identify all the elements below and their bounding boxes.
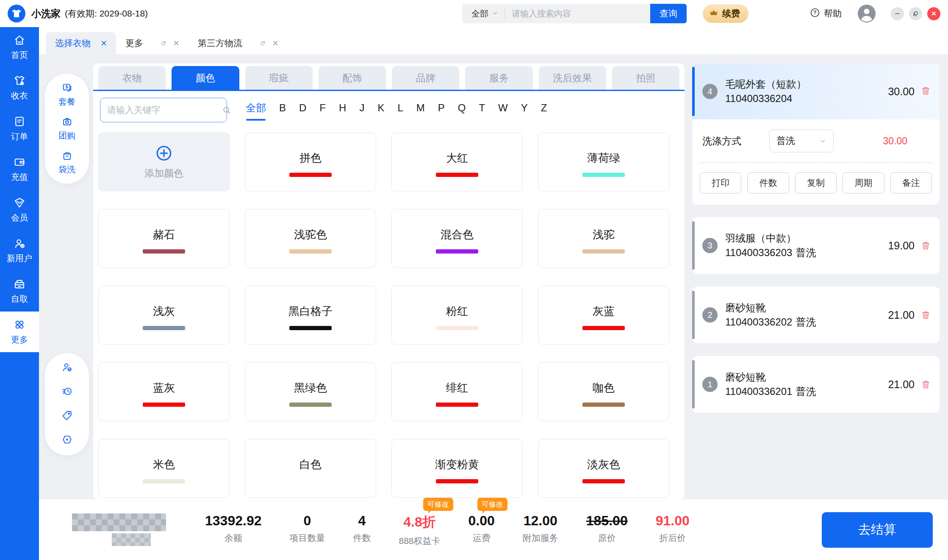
alphabet-filter-J[interactable]: J [359,102,364,118]
member-check-icon[interactable] [61,361,73,373]
action-print-button[interactable]: 打印 [700,172,741,193]
alphabet-filter-M[interactable]: M [416,102,425,118]
alphabet-filter-D[interactable]: D [299,102,306,118]
cart-item[interactable]: 1磨砂短靴110400336201普洗21.00 [692,356,940,413]
cart-item[interactable]: 3羽绒服（中款）110400336203普洗19.00 [692,217,940,274]
category-tab-clothes[interactable]: 衣物 [98,66,166,90]
alphabet-filter-Y[interactable]: Y [521,102,528,118]
category-tab-service[interactable]: 服务 [465,66,532,90]
item-price: 19.00 [888,240,915,252]
category-tab-photo[interactable]: 拍照 [612,66,679,90]
sidebar-item-members[interactable]: 会员 [0,190,39,230]
avatar[interactable] [857,4,876,23]
alphabet-filter-Z[interactable]: Z [541,102,547,118]
stat-label: 件数 [353,532,371,544]
close-icon[interactable]: × [927,7,940,20]
renew-button[interactable]: 续费 [703,4,748,23]
minimize-icon[interactable]: − [891,7,904,20]
category-tab-brand[interactable]: 品牌 [392,66,459,90]
maximize-icon[interactable] [909,7,922,20]
quick-tool-package[interactable]: 套餐 [58,82,75,108]
sidebar-item-self-pickup[interactable]: 自取 [0,271,39,312]
alphabet-filter-Q[interactable]: Q [458,102,466,118]
category-tab-color[interactable]: 颜色 [172,66,239,90]
color-card[interactable]: 绯红 [391,362,523,421]
close-icon[interactable]: × [101,38,107,48]
window-tab-third-party-logistics[interactable]: 第三方物流× [188,32,288,54]
category-tab-defect[interactable]: 瑕疵 [245,66,313,90]
action-piece-count-button[interactable]: 件数 [747,172,789,193]
cart-item[interactable]: 2磨砂短靴110400336202普洗21.00 [692,287,940,343]
color-card[interactable]: 咖色 [538,362,669,421]
color-card[interactable]: 浅灰 [98,286,230,345]
alphabet-filter-H[interactable]: H [339,102,346,118]
global-search-input[interactable] [505,9,650,19]
color-card[interactable]: 白色 [245,439,376,498]
cart-item-selected[interactable]: 4 毛呢外套（短款） 110400336204 30.00 洗涤方式 普洗 30… [692,63,940,204]
wash-method-select[interactable]: 普洗 [769,130,834,152]
color-card[interactable]: 米色 [98,439,230,498]
sidebar-item-orders[interactable]: 订单 [0,108,39,149]
color-card[interactable]: 拼色 [245,132,376,191]
color-card[interactable]: 混合色 [391,209,523,268]
close-icon[interactable]: × [173,38,179,48]
window-tab-more[interactable]: 更多× [116,32,188,54]
refresh-icon[interactable] [259,40,266,47]
license-validity: (有效期: 2029-08-18) [65,8,148,19]
category-tab-accessory[interactable]: 配饰 [319,66,386,90]
color-card[interactable]: 黑绿色 [245,362,376,421]
trash-icon[interactable] [920,86,931,96]
color-card[interactable]: 黑白格子 [245,286,376,345]
trash-icon[interactable] [920,310,931,320]
hexagon-icon[interactable] [61,434,73,445]
action-copy-button[interactable]: 复制 [795,172,837,193]
alphabet-filter-T[interactable]: T [479,102,485,118]
sidebar-item-recharge[interactable]: 充值 [0,149,39,190]
redacted-member-name [72,513,166,531]
add-color-card[interactable]: 添加颜色 [98,132,230,191]
color-card[interactable]: 灰蓝 [538,286,669,345]
quick-tool-group-buy[interactable]: 团购 [58,116,75,141]
checkout-button[interactable]: 去结算 [822,512,933,548]
stat-project-count: 0项目数量 [289,513,325,544]
color-card[interactable]: 赭石 [98,209,230,268]
sidebar-item-home[interactable]: 首页 [0,27,39,68]
alphabet-filter-P[interactable]: P [438,102,445,118]
app-title: 小洗家 [31,7,61,20]
trash-icon[interactable] [920,379,931,390]
sidebar-item-new-user[interactable]: 新用户 [0,230,39,271]
color-card[interactable]: 大红 [391,132,523,191]
category-tab-after-wash-effect[interactable]: 洗后效果 [539,66,606,90]
alphabet-filter-F[interactable]: F [319,102,326,118]
alphabet-filter-K[interactable]: K [377,102,384,118]
help-button[interactable]: ? 帮助 [809,7,842,20]
alphabet-filter-W[interactable]: W [498,102,508,118]
keyword-search-input[interactable] [107,105,222,115]
tag-icon[interactable] [61,410,73,421]
color-card[interactable]: 蓝灰 [98,362,230,421]
color-card[interactable]: 淡灰色 [538,439,669,498]
sidebar-item-more[interactable]: 更多 [0,312,39,352]
action-remark-button[interactable]: 备注 [890,172,932,193]
color-card[interactable]: 渐变粉黄 [391,439,523,498]
quick-tool-bag-wash[interactable]: 袋洗 [58,150,75,175]
color-card[interactable]: 浅驼色 [245,209,376,268]
trash-icon[interactable] [920,240,931,251]
content-area: 套餐团购袋洗 衣物颜色瑕疵配饰品牌服务洗后效果拍照 全部BDFHJKLMPQTW… [39,54,948,499]
color-name: 灰蓝 [538,304,669,319]
alphabet-filter-all[interactable]: 全部 [246,101,266,119]
trash-icon[interactable] [920,86,931,98]
color-card[interactable]: 薄荷绿 [538,132,669,191]
alphabet-filter-L[interactable]: L [397,102,403,118]
search-scope-select[interactable]: 全部 [462,8,504,19]
color-card[interactable]: 浅驼 [538,209,669,268]
refresh-icon[interactable] [160,40,167,47]
color-card[interactable]: 粉红 [391,286,523,345]
history-icon[interactable] [61,386,73,397]
search-button[interactable]: 查询 [650,4,687,23]
alphabet-filter-B[interactable]: B [279,102,286,118]
action-cycle-button[interactable]: 周期 [843,172,884,193]
window-tab-select-clothes[interactable]: 选择衣物× [46,32,116,54]
close-icon[interactable]: × [272,38,278,48]
sidebar-item-receive-clothes[interactable]: 收衣 [0,68,39,108]
